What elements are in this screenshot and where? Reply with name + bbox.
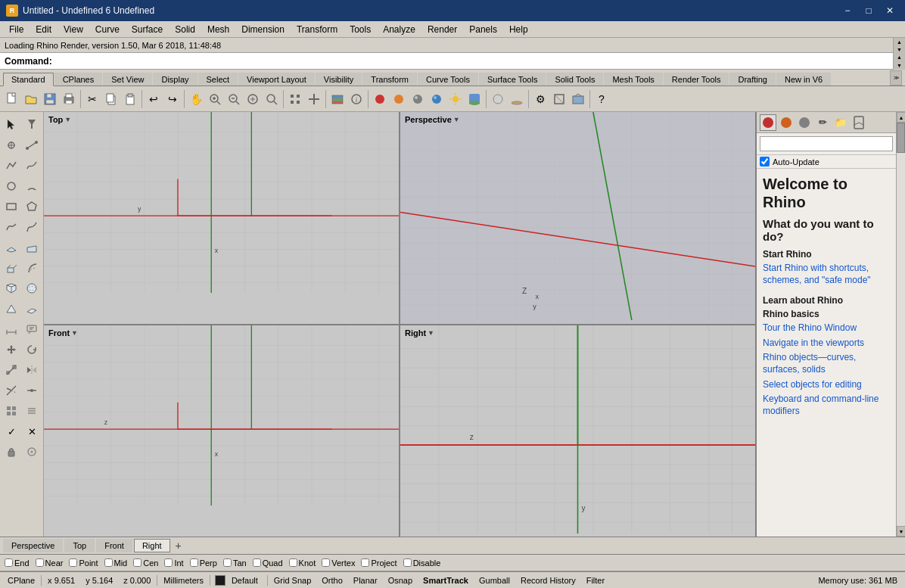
osnap-vertex[interactable]: Vertex bbox=[322, 558, 355, 568]
tab-display[interactable]: Display bbox=[153, 73, 197, 86]
undo-icon[interactable]: ↩ bbox=[145, 90, 163, 108]
viewport-front-label[interactable]: Front ▼ bbox=[48, 328, 78, 338]
tab-standard[interactable]: Standard bbox=[3, 73, 54, 86]
zoom-in-icon[interactable] bbox=[206, 90, 224, 108]
link-tour-window[interactable]: Tour the Rhino Window bbox=[763, 322, 890, 334]
osnap-knot[interactable]: Knot bbox=[289, 558, 316, 568]
menu-edit[interactable]: Edit bbox=[30, 23, 58, 36]
loading-scroll[interactable]: ▲ ▼ bbox=[893, 38, 905, 53]
vp-tab-add[interactable]: + bbox=[172, 539, 185, 552]
tab-solid-tools[interactable]: Solid Tools bbox=[546, 73, 603, 86]
menu-mesh[interactable]: Mesh bbox=[201, 23, 235, 36]
osnap-near[interactable]: Near bbox=[36, 558, 64, 568]
minimize-button[interactable]: − bbox=[838, 4, 857, 17]
list-view-icon[interactable] bbox=[22, 401, 42, 421]
render-preview-icon[interactable] bbox=[409, 90, 427, 108]
sb-cplane[interactable]: CPlane bbox=[3, 575, 39, 586]
cancel-lt-icon[interactable]: ✕ bbox=[22, 422, 42, 441]
polyline-icon[interactable] bbox=[2, 156, 21, 176]
command-scroll-up[interactable]: ▲ bbox=[894, 53, 905, 61]
tab-drafting[interactable]: Drafting bbox=[729, 73, 776, 86]
vp-tab-right[interactable]: Right bbox=[134, 539, 170, 552]
toolbar-icon1[interactable] bbox=[550, 90, 568, 108]
material-orange-icon[interactable] bbox=[390, 90, 408, 108]
menu-transform[interactable]: Transform bbox=[291, 23, 344, 36]
sb-gumball[interactable]: Gumball bbox=[474, 575, 515, 586]
paste-icon[interactable] bbox=[121, 90, 139, 108]
polygon-icon[interactable] bbox=[22, 197, 42, 216]
tab-setview[interactable]: Set View bbox=[103, 73, 152, 86]
curve-icon[interactable] bbox=[22, 156, 42, 176]
mirror-icon[interactable] bbox=[22, 360, 42, 380]
viewport-right-arrow[interactable]: ▼ bbox=[428, 329, 434, 337]
sun-icon[interactable] bbox=[446, 90, 465, 108]
link-select-objects[interactable]: Select objects for editing bbox=[763, 379, 890, 391]
grid-snap-icon[interactable] bbox=[286, 90, 304, 108]
auto-update-checkbox[interactable] bbox=[760, 157, 770, 166]
toolbar-tabs-scroll-btn[interactable]: ≫ bbox=[891, 71, 901, 85]
box-icon[interactable] bbox=[2, 278, 21, 298]
lock-icon[interactable] bbox=[2, 442, 21, 462]
menu-analyze[interactable]: Analyze bbox=[377, 23, 421, 36]
tab-transform[interactable]: Transform bbox=[362, 73, 417, 86]
menu-panels[interactable]: Panels bbox=[463, 23, 503, 36]
sb-planar[interactable]: Planar bbox=[349, 575, 382, 586]
nurbs-icon[interactable] bbox=[22, 217, 42, 237]
menu-render[interactable]: Render bbox=[421, 23, 463, 36]
check-icon[interactable]: ✓ bbox=[2, 422, 21, 441]
mesh-icon[interactable] bbox=[2, 299, 21, 319]
viewport-right-label[interactable]: Right ▼ bbox=[405, 328, 434, 338]
surface-from-curves-icon[interactable] bbox=[2, 238, 21, 257]
viewport-front-arrow[interactable]: ▼ bbox=[71, 329, 78, 337]
osnap-int[interactable]: Int bbox=[164, 558, 183, 568]
vp-tab-top[interactable]: Top bbox=[64, 539, 95, 552]
right-panel-search-input[interactable] bbox=[760, 136, 893, 151]
ground-plane-icon[interactable] bbox=[508, 90, 526, 108]
sb-units[interactable]: Millimeters bbox=[159, 575, 208, 586]
tab-surface-tools[interactable]: Surface Tools bbox=[479, 73, 546, 86]
sphere-obj-icon[interactable] bbox=[22, 278, 42, 298]
layer-icon[interactable] bbox=[328, 90, 347, 108]
print-icon[interactable] bbox=[60, 90, 78, 108]
rp-scroll-thumb[interactable] bbox=[897, 123, 905, 153]
sb-smarttrack[interactable]: SmartTrack bbox=[418, 575, 473, 586]
rp-scroll-track[interactable] bbox=[897, 123, 905, 526]
menu-dimension[interactable]: Dimension bbox=[235, 23, 291, 36]
vp-tab-front[interactable]: Front bbox=[96, 539, 132, 552]
loading-scroll-down[interactable]: ▼ bbox=[894, 45, 905, 53]
menu-tools[interactable]: Tools bbox=[344, 23, 377, 36]
rp-icon-pen[interactable]: ✏ bbox=[814, 114, 831, 131]
tab-viewport-layout[interactable]: Viewport Layout bbox=[238, 73, 315, 86]
viewport-top-arrow[interactable]: ▼ bbox=[64, 116, 71, 123]
viewport-perspective-arrow[interactable]: ▼ bbox=[453, 116, 460, 123]
rectangle-icon[interactable] bbox=[2, 197, 21, 216]
pan-icon[interactable]: ✋ bbox=[187, 90, 205, 108]
tab-new-v6[interactable]: New in V6 bbox=[776, 73, 831, 86]
toolbar-tabs-scroll[interactable]: ≫ bbox=[890, 70, 902, 86]
ortho-icon[interactable] bbox=[305, 90, 323, 108]
open-file-icon[interactable] bbox=[22, 90, 40, 108]
annotation-icon[interactable] bbox=[22, 319, 42, 339]
rp-icon-orange[interactable] bbox=[778, 114, 795, 131]
dimension-icon[interactable] bbox=[2, 319, 21, 339]
settings-icon[interactable]: ⚙ bbox=[531, 90, 549, 108]
sphere-icon[interactable] bbox=[489, 90, 507, 108]
render-full-icon[interactable] bbox=[428, 90, 446, 108]
revolve-icon[interactable] bbox=[22, 258, 42, 278]
snap-icon[interactable] bbox=[22, 442, 42, 462]
circle-icon[interactable] bbox=[2, 176, 21, 196]
sb-osnap[interactable]: Osnap bbox=[384, 575, 417, 586]
link-rhino-objects[interactable]: Rhino objects—curves, surfaces, solids bbox=[763, 352, 890, 375]
freeform-icon[interactable] bbox=[2, 217, 21, 237]
select-arrow-icon[interactable] bbox=[2, 115, 21, 135]
loft-icon[interactable] bbox=[22, 238, 42, 257]
viewport-perspective-label[interactable]: Perspective ▼ bbox=[405, 115, 460, 124]
close-button[interactable]: ✕ bbox=[881, 4, 899, 17]
point-icon[interactable] bbox=[2, 135, 21, 155]
sb-layer[interactable]: Default bbox=[227, 575, 263, 586]
tab-curve-tools[interactable]: Curve Tools bbox=[418, 73, 478, 86]
zoom-extents-icon[interactable] bbox=[244, 90, 262, 108]
loading-scroll-up[interactable]: ▲ bbox=[894, 38, 905, 45]
osnap-quad[interactable]: Quad bbox=[253, 558, 283, 568]
material-red-icon[interactable] bbox=[371, 90, 389, 108]
